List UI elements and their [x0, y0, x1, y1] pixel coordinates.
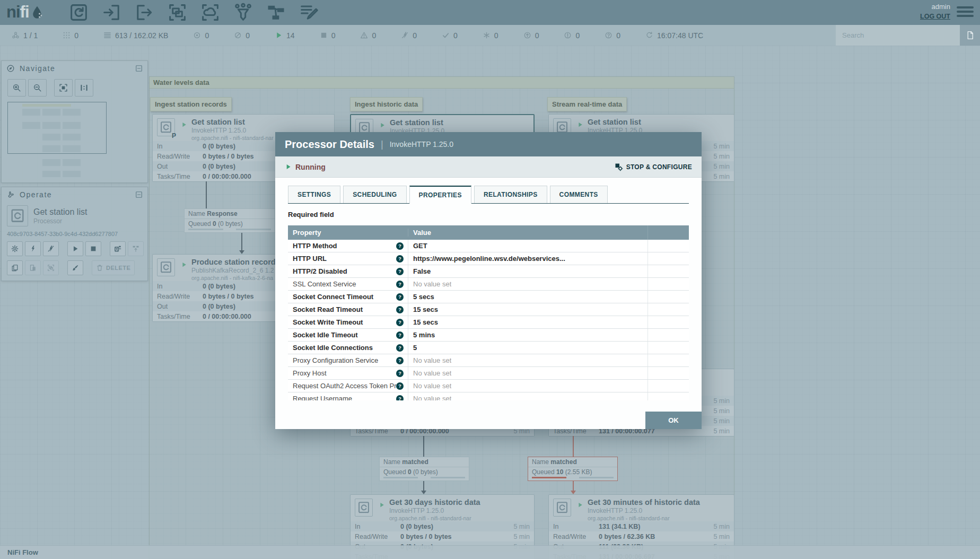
stop-configure-icon — [615, 163, 623, 171]
run-state-label: Running — [295, 163, 326, 171]
logout-link[interactable]: LOG OUT — [920, 13, 950, 20]
property-row[interactable]: Proxy Configuration Service?No value set — [288, 354, 689, 367]
add-input-port-icon[interactable] — [102, 3, 121, 22]
property-row[interactable]: Socket Idle Timeout?5 mins — [288, 329, 689, 342]
ok-button[interactable]: OK — [645, 412, 702, 429]
threads-icon — [63, 31, 71, 39]
status-item-queued: 613 / 162.02 KB — [103, 31, 168, 40]
help-icon[interactable]: ? — [396, 382, 404, 390]
invalid-icon — [360, 31, 368, 39]
help-icon[interactable]: ? — [396, 255, 404, 263]
status-value: 14 — [286, 31, 295, 40]
up-to-date-icon — [442, 31, 450, 39]
add-remote-process-group-icon[interactable] — [200, 3, 220, 22]
properties-table: Property Value HTTP Method?GETHTTP URL?h… — [288, 225, 689, 400]
property-name: HTTP/2 Disabled — [293, 267, 396, 275]
status-value: 1 / 1 — [23, 31, 38, 40]
status-item-locally-modified-stale-count: 0 — [564, 31, 580, 40]
stopped-icon — [320, 31, 328, 39]
status-item-sync-failure-count: 0 — [605, 31, 620, 40]
property-name: Socket Connect Timeout — [293, 293, 396, 301]
status-value: 0 — [372, 31, 376, 40]
bulletin-board-button[interactable] — [960, 25, 980, 46]
tab-relationships[interactable]: RELATIONSHIPS — [474, 186, 547, 203]
dialog-component-type: InvokeHTTP 1.25.0 — [390, 140, 453, 149]
tab-settings[interactable]: SETTINGS — [288, 186, 340, 203]
add-processor-icon[interactable] — [69, 3, 89, 22]
property-name: Socket Idle Timeout — [293, 331, 396, 339]
status-item-up-to-date-count: 0 — [442, 31, 458, 40]
title-separator: | — [381, 139, 383, 150]
stop-and-configure-button[interactable]: STOP & CONFIGURE — [615, 163, 692, 171]
property-row[interactable]: SSL Context Service?No value set — [288, 278, 689, 291]
help-icon[interactable]: ? — [396, 357, 404, 364]
property-row[interactable]: Proxy Host?No value set — [288, 367, 689, 380]
current-user: admin — [920, 3, 950, 11]
help-icon[interactable]: ? — [396, 306, 404, 313]
property-name: HTTP URL — [293, 255, 396, 263]
property-value[interactable]: 15 secs — [413, 318, 438, 326]
property-row[interactable]: HTTP URL?https://www.pegelonline.wsv.de/… — [288, 252, 689, 265]
locally-modified-icon — [483, 31, 491, 39]
status-value: 0 — [331, 31, 336, 40]
status-item-cluster: 1 / 1 — [12, 31, 38, 40]
property-value[interactable]: 5 — [413, 344, 417, 352]
global-menu-button[interactable] — [957, 6, 974, 19]
required-field-label: Required field — [288, 211, 334, 219]
property-row[interactable]: Request Username?No value set — [288, 392, 689, 400]
property-column-header: Property — [288, 229, 408, 237]
property-name: HTTP Method — [293, 242, 396, 250]
help-icon[interactable]: ? — [396, 281, 404, 288]
not-transmitting-icon — [234, 31, 242, 39]
property-row[interactable]: Socket Idle Connections?5 — [288, 342, 689, 354]
property-value[interactable]: False — [413, 267, 431, 275]
help-icon[interactable]: ? — [396, 268, 404, 275]
property-value[interactable]: 15 secs — [413, 305, 438, 313]
component-toolbar — [69, 3, 319, 22]
dialog-header: Processor Details | InvokeHTTP 1.25.0 — [275, 132, 702, 156]
status-item-active-threads: 0 — [63, 31, 78, 40]
status-item-last-refresh[interactable]: 16:07:48 UTC — [645, 31, 703, 40]
property-row[interactable]: Socket Write Timeout?15 secs — [288, 316, 689, 329]
property-value[interactable]: 5 secs — [413, 293, 434, 301]
help-icon[interactable]: ? — [396, 344, 404, 352]
help-icon[interactable]: ? — [396, 370, 404, 377]
property-value[interactable]: GET — [413, 242, 427, 250]
value-column-header: Value — [408, 229, 648, 237]
property-value[interactable]: No value set — [413, 369, 451, 377]
status-item-stopped-count: 0 — [320, 31, 336, 40]
add-output-port-icon[interactable] — [135, 3, 154, 22]
property-value[interactable]: No value set — [413, 356, 451, 364]
search-input[interactable] — [836, 25, 960, 46]
add-process-group-icon[interactable] — [168, 3, 187, 22]
help-icon[interactable]: ? — [396, 319, 404, 326]
property-row[interactable]: HTTP/2 Disabled?False — [288, 265, 689, 278]
property-row[interactable]: Request OAuth2 Access Token Provider?No … — [288, 380, 689, 392]
tab-scheduling[interactable]: SCHEDULING — [343, 186, 406, 203]
add-label-icon[interactable] — [299, 3, 319, 22]
tab-comments[interactable]: COMMENTS — [550, 186, 608, 203]
tab-properties[interactable]: PROPERTIES — [409, 186, 471, 204]
transmitting-icon — [193, 31, 201, 39]
stale-icon — [523, 31, 531, 39]
help-icon[interactable]: ? — [396, 395, 404, 401]
help-icon[interactable]: ? — [396, 331, 404, 339]
property-value[interactable]: No value set — [413, 382, 451, 390]
help-icon[interactable]: ? — [396, 293, 404, 301]
property-value[interactable]: https://www.pegelonline.wsv.de/webservic… — [413, 255, 565, 263]
help-icon[interactable]: ? — [396, 242, 404, 250]
add-template-icon[interactable] — [266, 3, 286, 22]
status-value: 0 — [246, 31, 250, 40]
property-value[interactable]: No value set — [413, 280, 451, 288]
property-value[interactable]: 5 mins — [413, 331, 435, 339]
dialog-tabs: SETTINGSSCHEDULINGPROPERTIESRELATIONSHIP… — [288, 186, 689, 204]
status-item-locally-modified-count: 0 — [483, 31, 498, 40]
property-row[interactable]: Socket Read Timeout?15 secs — [288, 303, 689, 316]
property-value[interactable]: No value set — [413, 395, 451, 400]
property-row[interactable]: Socket Connect Timeout?5 secs — [288, 291, 689, 303]
property-row[interactable]: HTTP Method?GET — [288, 240, 689, 252]
add-funnel-icon[interactable] — [233, 3, 253, 22]
property-name: Proxy Host — [293, 369, 396, 377]
table-header: Property Value — [288, 225, 689, 240]
logo-text-light: fi — [20, 3, 29, 22]
